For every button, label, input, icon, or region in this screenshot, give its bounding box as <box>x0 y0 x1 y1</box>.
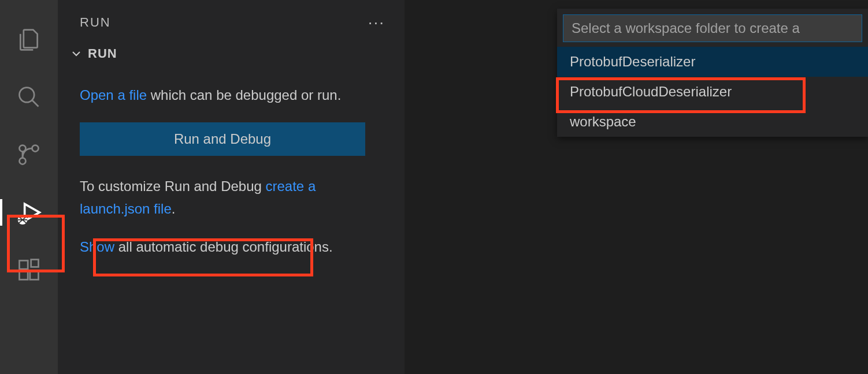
activity-run-debug[interactable] <box>0 184 58 241</box>
activity-extensions[interactable] <box>0 241 58 299</box>
run-and-debug-button[interactable]: Run and Debug <box>80 122 365 156</box>
customize-text: To customize Run and Debug create a laun… <box>80 175 383 220</box>
source-control-icon <box>16 142 42 167</box>
files-icon <box>16 27 42 52</box>
svg-rect-10 <box>20 271 28 280</box>
activity-explorer[interactable] <box>0 10 58 68</box>
customize-prefix: To customize Run and Debug <box>80 178 266 194</box>
quickpick-input[interactable]: Select a workspace folder to create a <box>563 14 862 42</box>
run-sidebar: RUN ··· RUN Open a file which can be deb… <box>58 0 405 374</box>
activity-source-control[interactable] <box>0 126 58 184</box>
section-title: RUN <box>88 46 117 61</box>
open-file-link[interactable]: Open a file <box>80 87 147 103</box>
chevron-down-icon <box>69 47 83 61</box>
quickpick-item-0[interactable]: ProtobufDeserializer <box>557 47 868 77</box>
extensions-icon <box>16 257 42 283</box>
activity-search[interactable] <box>0 68 58 126</box>
show-configs-text: Show all automatic debug configurations. <box>80 236 383 258</box>
svg-line-1 <box>32 100 39 107</box>
show-link[interactable]: Show <box>80 239 114 255</box>
svg-point-0 <box>20 88 35 103</box>
quickpick-item-2[interactable]: workspace <box>557 107 868 137</box>
svg-rect-12 <box>31 260 39 267</box>
quickpick-item-1[interactable]: ProtobufCloudDeserializer <box>557 77 868 107</box>
open-file-suffix: which can be debugged or run. <box>147 87 341 103</box>
workspace-folder-picker: Select a workspace folder to create a Pr… <box>557 9 868 137</box>
customize-suffix: . <box>172 201 176 216</box>
activity-bar <box>0 0 58 374</box>
sidebar-title: RUN <box>80 15 111 30</box>
run-section-header[interactable]: RUN <box>58 40 405 67</box>
svg-point-4 <box>20 158 26 164</box>
open-file-text: Open a file which can be debugged or run… <box>80 84 383 106</box>
more-actions-button[interactable]: ··· <box>368 13 391 32</box>
run-body: Open a file which can be debugged or run… <box>58 67 405 259</box>
svg-rect-9 <box>20 261 28 270</box>
search-icon <box>16 84 42 110</box>
sidebar-header: RUN ··· <box>58 0 405 40</box>
run-debug-icon <box>16 200 42 225</box>
show-suffix: all automatic debug configurations. <box>114 239 333 255</box>
quickpick-placeholder: Select a workspace folder to create a <box>572 20 800 36</box>
svg-rect-11 <box>30 271 39 280</box>
svg-point-3 <box>32 145 39 152</box>
